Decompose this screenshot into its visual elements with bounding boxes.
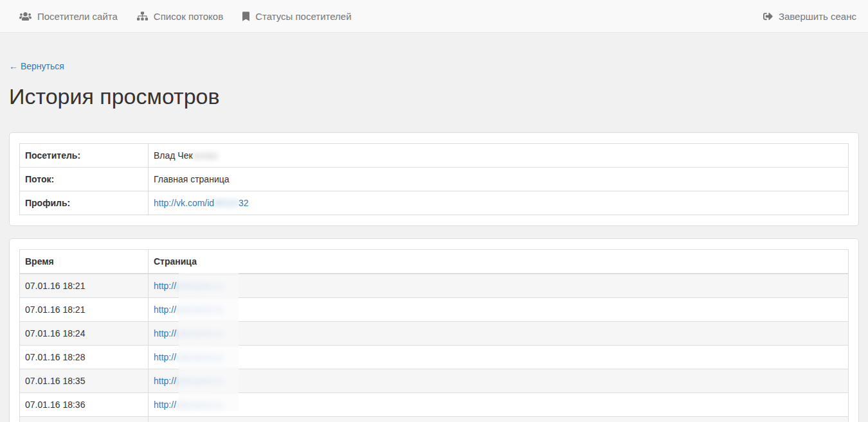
profile-value: http://vk.com/id9011532 [149, 191, 849, 215]
table-row-stream: Поток: Главная страница [20, 168, 849, 191]
page-title: История просмотров [9, 84, 859, 110]
stream-label: Поток: [20, 168, 149, 191]
table-row: 07.01.16 18:21 http://sitename.ru [20, 274, 849, 298]
visit-page: http://sitename.ru [149, 322, 849, 346]
page-link[interactable]: http://sitename.ru [154, 281, 223, 291]
table-row-profile: Профиль: http://vk.com/id9011532 [20, 191, 849, 215]
redacted-id-segment: 90115 [214, 198, 239, 208]
history-table: Время Страница 07.01.16 18:21 http://sit… [19, 249, 849, 422]
nav-item-site-visitors[interactable]: Посетители сайта [10, 0, 127, 32]
visit-time: 07.01.16 18:36 [20, 393, 149, 417]
sitemap-icon [137, 12, 148, 21]
back-link[interactable]: ← Вернуться [9, 61, 64, 71]
profile-link[interactable]: http://vk.com/id9011532 [154, 198, 249, 208]
table-row: 07.01.16 18:36 http://sitename.ru [20, 393, 849, 417]
column-header-time: Время [20, 250, 149, 274]
page-link[interactable]: http://sitename.ru [154, 328, 223, 338]
nav-item-visitor-statuses[interactable]: Статусы посетителей [233, 0, 361, 32]
visitor-info-table: Посетитель: Влад Чеканова Поток: Главная… [19, 143, 849, 215]
page-link[interactable]: http://sitename.ru [154, 304, 223, 315]
redacted-url-segment: sitename.ru [176, 304, 223, 315]
table-row [20, 417, 849, 422]
history-header-row: Время Страница [20, 250, 849, 274]
visitor-info-panel: Посетитель: Влад Чеканова Поток: Главная… [9, 132, 859, 226]
column-header-page: Страница [149, 250, 849, 274]
sign-out-icon [763, 12, 773, 21]
nav-item-end-session[interactable]: Завершить сеанс [754, 0, 858, 32]
redacted-name-segment: анова [193, 150, 217, 161]
visit-time: 07.01.16 18:35 [20, 369, 149, 393]
table-row: 07.01.16 18:28 http://sitename.ru [20, 346, 849, 369]
table-row: 07.01.16 18:24 http://sitename.ru [20, 322, 849, 346]
nav-item-label: Завершить сеанс [779, 11, 856, 22]
redacted-url-segment: sitename.ru [176, 328, 223, 338]
visit-page: http://sitename.ru [149, 346, 849, 369]
page-link[interactable]: http://sitename.ru [154, 376, 223, 386]
nav-item-stream-list[interactable]: Список потоков [127, 0, 233, 32]
visit-page: http://sitename.ru [149, 369, 849, 393]
visit-page: http://sitename.ru [149, 393, 849, 417]
visit-time: 07.01.16 18:24 [20, 322, 149, 346]
visitor-name: Влад Чеканова [149, 144, 849, 168]
navbar-left-group: Посетители сайта Список потоков Статусы … [10, 0, 361, 32]
visit-page [149, 417, 849, 422]
visit-time [20, 417, 149, 422]
page-link[interactable]: http://sitename.ru [154, 400, 223, 410]
table-row: 07.01.16 18:35 http://sitename.ru [20, 369, 849, 393]
navbar-right-group: Завершить сеанс [754, 0, 858, 32]
visit-page: http://sitename.ru [149, 298, 849, 322]
nav-item-label: Список потоков [154, 11, 223, 22]
redacted-url-segment: sitename.ru [176, 352, 223, 362]
visit-time: 07.01.16 18:28 [20, 346, 149, 369]
nav-item-label: Статусы посетителей [255, 11, 351, 22]
top-navbar: Посетители сайта Список потоков Статусы … [0, 0, 868, 33]
redacted-url-segment: sitename.ru [176, 400, 223, 410]
visit-page: http://sitename.ru [149, 274, 849, 298]
history-panel: Время Страница 07.01.16 18:21 http://sit… [9, 238, 859, 422]
history-table-body: 07.01.16 18:21 http://sitename.ru 07.01.… [20, 274, 849, 422]
users-icon [19, 12, 32, 21]
visit-time: 07.01.16 18:21 [20, 274, 149, 298]
table-row-visitor: Посетитель: Влад Чеканова [20, 144, 849, 168]
table-row: 07.01.16 18:21 http://sitename.ru [20, 298, 849, 322]
profile-label: Профиль: [20, 191, 149, 215]
redacted-url-segment: sitename.ru [176, 376, 223, 386]
visitor-label: Посетитель: [20, 144, 149, 168]
page-link[interactable]: http://sitename.ru [154, 352, 223, 362]
bookmark-icon [242, 12, 249, 21]
stream-value: Главная страница [149, 168, 849, 191]
redacted-url-segment: sitename.ru [176, 281, 223, 291]
nav-item-label: Посетители сайта [37, 11, 118, 22]
visit-time: 07.01.16 18:21 [20, 298, 149, 322]
page-container: ← Вернуться История просмотров Посетител… [0, 33, 868, 422]
